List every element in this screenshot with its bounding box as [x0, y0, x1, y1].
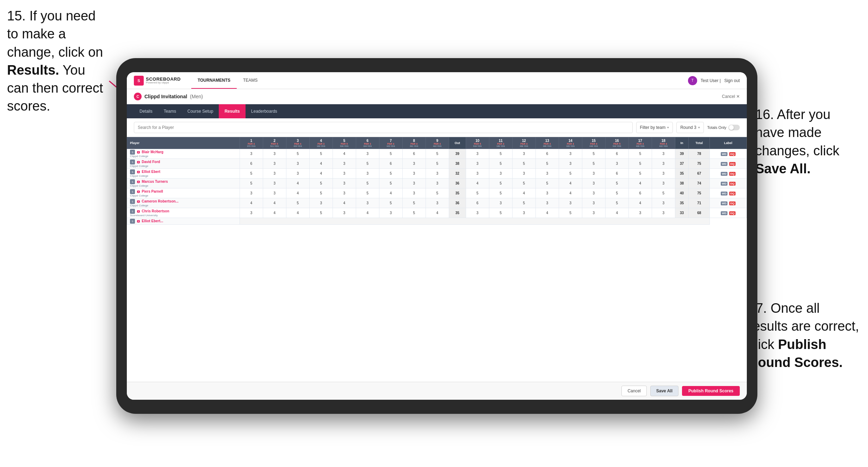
score-back-4-0[interactable]: 5	[466, 188, 489, 198]
score-back-0-6[interactable]: 6	[605, 149, 628, 159]
score-front-4-3[interactable]: 5	[309, 188, 333, 198]
score-front-3-1[interactable]: 3	[263, 179, 286, 188]
score-front-1-4[interactable]: 3	[333, 159, 356, 169]
score-back-2-4[interactable]: 5	[559, 169, 582, 179]
score-back-0-5[interactable]: 5	[582, 149, 605, 159]
score-front-6-4[interactable]: 3	[333, 208, 356, 218]
score-back-1-6[interactable]: 3	[605, 159, 628, 169]
score-back-5-5[interactable]: 3	[582, 198, 605, 208]
score-front-6-3[interactable]: 5	[309, 208, 333, 218]
score-front-4-1[interactable]: 3	[263, 188, 286, 198]
score-back-0-8[interactable]: 3	[652, 149, 675, 159]
score-back-2-6[interactable]: 6	[605, 169, 628, 179]
label-dq-0[interactable]: DQ	[729, 152, 736, 156]
filter-by-team-dropdown[interactable]: Filter by team ▾	[636, 122, 673, 133]
score-front-4-2[interactable]: 4	[286, 188, 309, 198]
tab-details[interactable]: Details	[134, 104, 158, 118]
score-front-3-7[interactable]: 3	[402, 179, 426, 188]
score-front-0-6[interactable]: 5	[379, 149, 402, 159]
tab-course-setup[interactable]: Course Setup	[182, 104, 219, 118]
score-front-2-8[interactable]: 3	[426, 169, 449, 179]
score-back-6-3[interactable]: 4	[535, 208, 559, 218]
score-front-4-0[interactable]: 3	[240, 188, 263, 198]
score-back-2-5[interactable]: 3	[582, 169, 605, 179]
cancel-top-button[interactable]: Cancel ✕	[722, 94, 740, 99]
tab-results[interactable]: Results	[219, 104, 245, 118]
score-front-3-2[interactable]: 4	[286, 179, 309, 188]
label-dq-5[interactable]: DQ	[729, 201, 736, 205]
score-front-3-3[interactable]: 5	[309, 179, 333, 188]
score-front-0-1[interactable]: 3	[263, 149, 286, 159]
score-back-4-8[interactable]: 5	[652, 188, 675, 198]
score-back-6-5[interactable]: 3	[582, 208, 605, 218]
score-back-6-2[interactable]: 3	[512, 208, 535, 218]
nav-link-teams[interactable]: TEAMS	[237, 72, 264, 89]
score-front-3-0[interactable]: 5	[240, 179, 263, 188]
score-back-3-5[interactable]: 3	[582, 179, 605, 188]
score-front-1-2[interactable]: 3	[286, 159, 309, 169]
score-front-6-5[interactable]: 4	[356, 208, 379, 218]
score-back-3-4[interactable]: 4	[559, 179, 582, 188]
sign-out-link[interactable]: Sign out	[724, 78, 740, 83]
score-back-4-1[interactable]: 5	[489, 188, 512, 198]
score-front-0-3[interactable]: 5	[309, 149, 333, 159]
label-dq-1[interactable]: DQ	[729, 162, 736, 166]
score-back-4-5[interactable]: 3	[582, 188, 605, 198]
score-back-2-1[interactable]: 3	[489, 169, 512, 179]
save-all-button[interactable]: Save All	[650, 386, 678, 396]
label-wd-3[interactable]: WD	[721, 182, 727, 186]
score-front-3-8[interactable]: 3	[426, 179, 449, 188]
score-back-1-5[interactable]: 5	[582, 159, 605, 169]
score-front-3-5[interactable]: 5	[356, 179, 379, 188]
tab-teams[interactable]: Teams	[158, 104, 182, 118]
score-front-5-1[interactable]: 4	[263, 198, 286, 208]
score-front-4-6[interactable]: 4	[379, 188, 402, 198]
score-back-2-7[interactable]: 5	[628, 169, 652, 179]
search-input[interactable]	[134, 122, 633, 133]
score-front-4-7[interactable]: 3	[402, 188, 426, 198]
label-wd-5[interactable]: WD	[721, 201, 727, 205]
nav-link-tournaments[interactable]: TOURNAMENTS	[191, 72, 237, 89]
label-wd-6[interactable]: WD	[721, 211, 727, 215]
score-back-5-6[interactable]: 5	[605, 198, 628, 208]
round-dropdown[interactable]: Round 3 ▾	[676, 122, 703, 133]
score-front-0-8[interactable]: 5	[426, 149, 449, 159]
score-back-1-7[interactable]: 5	[628, 159, 652, 169]
score-back-2-3[interactable]: 3	[535, 169, 559, 179]
score-front-5-8[interactable]: 3	[426, 198, 449, 208]
score-back-5-7[interactable]: 4	[628, 198, 652, 208]
label-dq-6[interactable]: DQ	[729, 211, 736, 215]
score-front-0-2[interactable]: 5	[286, 149, 309, 159]
score-front-4-8[interactable]: 5	[426, 188, 449, 198]
score-front-4-4[interactable]: 3	[333, 188, 356, 198]
score-front-5-0[interactable]: 4	[240, 198, 263, 208]
score-front-1-6[interactable]: 6	[379, 159, 402, 169]
score-front-2-2[interactable]: 3	[286, 169, 309, 179]
score-front-2-0[interactable]: 5	[240, 169, 263, 179]
score-front-6-7[interactable]: 5	[402, 208, 426, 218]
score-front-3-6[interactable]: 5	[379, 179, 402, 188]
score-back-1-8[interactable]: 3	[652, 159, 675, 169]
score-front-1-5[interactable]: 5	[356, 159, 379, 169]
score-front-2-1[interactable]: 3	[263, 169, 286, 179]
score-back-5-1[interactable]: 3	[489, 198, 512, 208]
score-back-3-3[interactable]: 5	[535, 179, 559, 188]
score-back-0-7[interactable]: 5	[628, 149, 652, 159]
score-back-5-3[interactable]: 3	[535, 198, 559, 208]
score-front-5-5[interactable]: 3	[356, 198, 379, 208]
score-back-3-2[interactable]: 5	[512, 179, 535, 188]
score-back-0-0[interactable]: 3	[466, 149, 489, 159]
score-front-1-1[interactable]: 3	[263, 159, 286, 169]
score-back-4-6[interactable]: 5	[605, 188, 628, 198]
totals-toggle-switch[interactable]	[728, 125, 740, 130]
score-back-0-3[interactable]: 6	[535, 149, 559, 159]
score-back-6-7[interactable]: 3	[628, 208, 652, 218]
score-front-2-5[interactable]: 3	[356, 169, 379, 179]
label-wd-1[interactable]: WD	[721, 162, 727, 166]
score-front-6-2[interactable]: 4	[286, 208, 309, 218]
score-front-2-3[interactable]: 4	[309, 169, 333, 179]
score-front-5-7[interactable]: 5	[402, 198, 426, 208]
score-front-0-5[interactable]: 3	[356, 149, 379, 159]
score-back-4-7[interactable]: 6	[628, 188, 652, 198]
score-back-3-7[interactable]: 4	[628, 179, 652, 188]
